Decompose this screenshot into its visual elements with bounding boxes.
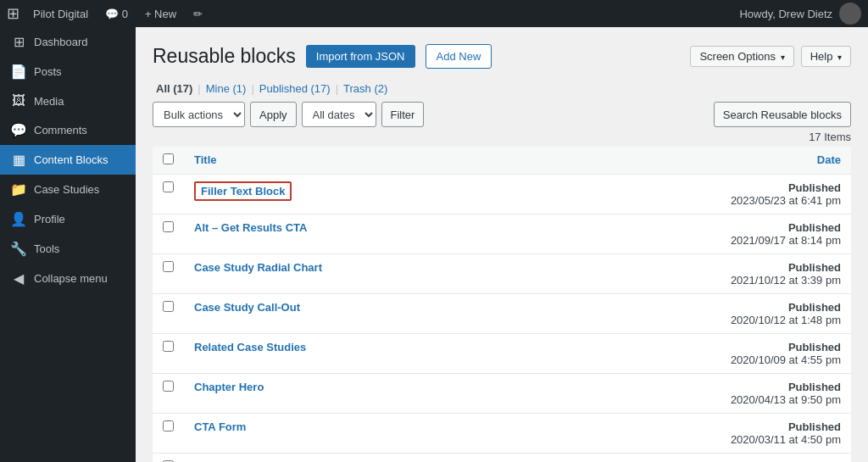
table-body: Filler Text BlockPublished2023/05/23 at … bbox=[153, 175, 851, 463]
edit-link[interactable]: ✏ bbox=[186, 8, 209, 20]
wp-logo-icon[interactable]: ⊞ bbox=[7, 4, 19, 23]
row-checkbox-cell bbox=[153, 214, 184, 254]
row-checkbox-cell bbox=[153, 454, 184, 463]
toolbar: Bulk actions Apply All dates Filter Sear… bbox=[153, 102, 851, 127]
sidebar-item-case-studies[interactable]: 📁 Case Studies bbox=[0, 175, 136, 204]
row-checkbox-cell bbox=[153, 374, 184, 414]
table-row: Full-Width Free Web Eval CTAPublished201… bbox=[153, 454, 851, 463]
row-title[interactable]: Alt – Get Results CTA bbox=[194, 221, 307, 234]
sidebar-item-comments[interactable]: 💬 Comments bbox=[0, 115, 136, 145]
row-title[interactable]: CTA Form bbox=[194, 420, 246, 433]
screen-options-label: Screen Options bbox=[699, 50, 776, 63]
row-checkbox[interactable] bbox=[163, 420, 174, 431]
screen-options-chevron-icon: ▾ bbox=[781, 53, 785, 62]
sidebar-item-profile[interactable]: 👤 Profile bbox=[0, 204, 136, 234]
case-studies-icon: 📁 bbox=[10, 181, 27, 198]
filter-link-all[interactable]: All (17) bbox=[153, 82, 196, 95]
filter-link-published[interactable]: Published (17) bbox=[256, 82, 334, 95]
row-status: Published bbox=[709, 381, 841, 393]
row-checkbox[interactable] bbox=[163, 301, 174, 312]
row-checkbox[interactable] bbox=[163, 221, 174, 232]
filters-controls: Bulk actions Apply All dates Filter bbox=[153, 102, 424, 127]
site-name-link[interactable]: Pilot Digital bbox=[26, 8, 95, 20]
sidebar-item-tools[interactable]: 🔧 Tools bbox=[0, 234, 136, 264]
table-row: Filler Text BlockPublished2023/05/23 at … bbox=[153, 175, 851, 214]
sidebar-item-dashboard[interactable]: ⊞ Dashboard bbox=[0, 27, 136, 57]
page-title: Reusable blocks bbox=[153, 45, 296, 68]
row-title[interactable]: Case Study Call-Out bbox=[194, 301, 300, 314]
row-title[interactable]: Filler Text Block bbox=[194, 181, 292, 201]
row-date-cell: Published2019/04/30 at 7:37 pm bbox=[698, 454, 851, 463]
main-content: Reusable blocks Import from JSON Add New… bbox=[136, 27, 868, 462]
apply-button[interactable]: Apply bbox=[250, 102, 297, 127]
page-header-right: Screen Options ▾ Help ▾ bbox=[690, 46, 851, 67]
row-title[interactable]: Related Case Studies bbox=[194, 341, 306, 353]
help-chevron-icon: ▾ bbox=[837, 53, 842, 62]
row-date-cell: Published2021/09/17 at 8:14 pm bbox=[698, 214, 851, 254]
row-date: 2023/05/23 at 6:41 pm bbox=[709, 194, 841, 207]
sidebar-item-content-blocks[interactable]: ▦ Content Blocks bbox=[0, 145, 136, 175]
row-checkbox[interactable] bbox=[163, 381, 174, 392]
sidebar-item-posts[interactable]: 📄 Posts bbox=[0, 57, 136, 86]
table-row: CTA FormPublished2020/03/11 at 4:50 pm bbox=[153, 414, 851, 454]
row-title-cell: Chapter Hero bbox=[184, 374, 698, 414]
row-checkbox-cell bbox=[153, 175, 184, 214]
help-button[interactable]: Help ▾ bbox=[801, 46, 851, 67]
row-date-cell: Published2020/04/13 at 9:50 pm bbox=[698, 374, 851, 414]
avatar[interactable] bbox=[839, 3, 861, 25]
row-date: 2020/10/12 at 1:48 pm bbox=[709, 314, 841, 326]
search-area: Search Reusable blocks bbox=[714, 102, 851, 127]
select-all-checkbox-header[interactable] bbox=[153, 147, 184, 175]
sidebar-item-media[interactable]: 🖼 Media bbox=[0, 86, 136, 115]
row-status: Published bbox=[709, 261, 841, 274]
row-date: 2021/10/12 at 3:39 pm bbox=[709, 274, 841, 287]
sidebar-label-posts: Posts bbox=[34, 65, 62, 78]
row-checkbox[interactable] bbox=[163, 181, 174, 192]
new-content-link[interactable]: + New bbox=[138, 8, 183, 20]
bulk-actions-select[interactable]: Bulk actions bbox=[153, 102, 245, 127]
sidebar-label-case-studies: Case Studies bbox=[34, 183, 99, 196]
table-header-row: Title Date bbox=[153, 147, 851, 175]
filter-sep-1: | bbox=[198, 82, 200, 95]
row-title-cell: Case Study Radial Chart bbox=[184, 254, 698, 294]
table-header-date[interactable]: Date bbox=[698, 147, 851, 175]
sidebar-label-media: Media bbox=[34, 95, 64, 108]
table-row: Case Study Call-OutPublished2020/10/12 a… bbox=[153, 294, 851, 334]
table-row: Related Case StudiesPublished2020/10/09 … bbox=[153, 334, 851, 374]
sidebar-label-profile: Profile bbox=[34, 213, 65, 225]
row-checkbox-cell bbox=[153, 294, 184, 334]
comments-link[interactable]: 💬 0 bbox=[98, 8, 135, 20]
row-date-cell: Published2020/10/12 at 1:48 pm bbox=[698, 294, 851, 334]
sidebar-item-collapse[interactable]: ◀ Collapse menu bbox=[0, 264, 136, 293]
row-date: 2020/10/09 at 4:55 pm bbox=[709, 353, 841, 366]
filter-button[interactable]: Filter bbox=[381, 102, 425, 127]
content-blocks-icon: ▦ bbox=[10, 152, 27, 168]
row-title-cell: CTA Form bbox=[184, 414, 698, 454]
filter-link-trash[interactable]: Trash (2) bbox=[340, 82, 391, 95]
page-header: Reusable blocks Import from JSON Add New… bbox=[153, 44, 851, 69]
row-title-cell: Full-Width Free Web Eval CTA bbox=[184, 454, 698, 463]
row-date-cell: Published2023/05/23 at 6:41 pm bbox=[698, 175, 851, 214]
row-title[interactable]: Case Study Radial Chart bbox=[194, 261, 322, 274]
help-label: Help bbox=[810, 50, 833, 63]
add-new-button[interactable]: Add New bbox=[426, 44, 492, 69]
select-all-checkbox[interactable] bbox=[163, 153, 174, 164]
posts-icon: 📄 bbox=[10, 64, 27, 80]
items-count: 17 Items bbox=[153, 131, 851, 143]
table-header-title[interactable]: Title bbox=[184, 147, 698, 175]
collapse-icon: ◀ bbox=[10, 270, 27, 287]
row-checkbox[interactable] bbox=[163, 261, 174, 272]
screen-options-button[interactable]: Screen Options ▾ bbox=[690, 46, 793, 67]
import-from-json-button[interactable]: Import from JSON bbox=[306, 45, 415, 68]
sidebar-label-tools: Tools bbox=[34, 242, 59, 255]
howdy-text: Howdy, Drew Dietz bbox=[739, 8, 832, 20]
row-title-cell: Alt – Get Results CTA bbox=[184, 214, 698, 254]
search-reusable-blocks-button[interactable]: Search Reusable blocks bbox=[714, 102, 851, 127]
page-header-left: Reusable blocks Import from JSON Add New bbox=[153, 44, 492, 69]
row-title[interactable]: Chapter Hero bbox=[194, 381, 264, 393]
filter-link-mine[interactable]: Mine (1) bbox=[203, 82, 250, 95]
date-filter-select[interactable]: All dates bbox=[302, 102, 376, 127]
row-checkbox-cell bbox=[153, 334, 184, 374]
table-row: Chapter HeroPublished2020/04/13 at 9:50 … bbox=[153, 374, 851, 414]
row-checkbox[interactable] bbox=[163, 341, 174, 352]
